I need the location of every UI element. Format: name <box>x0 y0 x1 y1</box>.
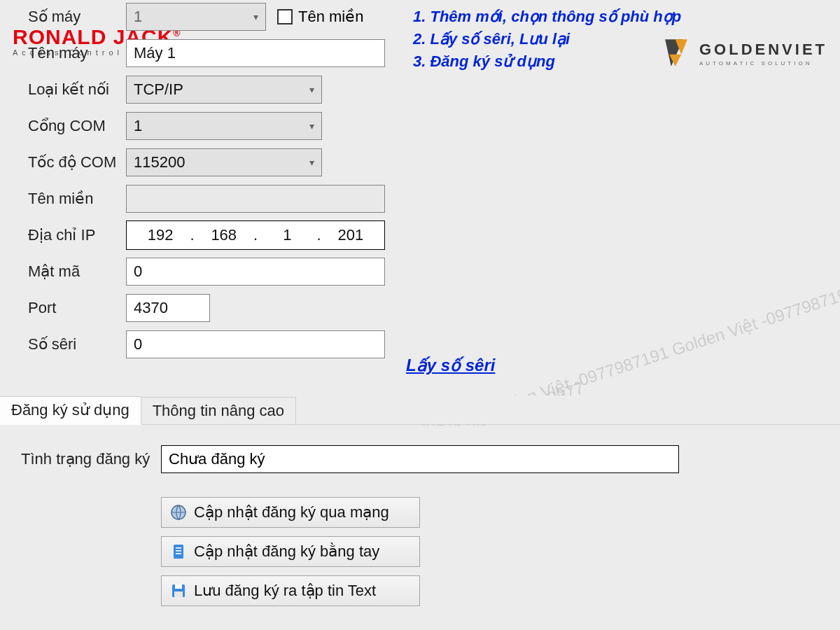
chevron-down-icon: ▾ <box>309 84 314 95</box>
domain-name-label: Tên miền <box>28 190 126 208</box>
instructions-block: 1. Thêm mới, chọn thông số phù hợp 2. Lấ… <box>413 6 681 73</box>
instruction-2: 2. Lấy số sêri, Lưu lại <box>413 28 681 50</box>
machine-number-value: 1 <box>134 8 142 26</box>
svg-rect-6 <box>176 550 181 552</box>
password-label: Mật mã <box>28 262 126 281</box>
ip-octet-2[interactable]: 168 <box>197 226 251 244</box>
password-input[interactable]: 0 <box>126 258 385 286</box>
save-text-label: Lưu đăng ký ra tập tin Text <box>194 582 376 600</box>
ip-address-input[interactable]: 192. 168. 1. 201 <box>126 220 385 250</box>
instruction-3: 3. Đăng ký sử dụng <box>413 50 681 73</box>
svg-rect-4 <box>174 545 183 559</box>
chevron-down-icon: ▾ <box>309 157 314 168</box>
logo-golden-main: GOLDENVIET <box>699 41 827 59</box>
document-icon <box>170 543 187 560</box>
port-value: 4370 <box>134 299 168 317</box>
ip-octet-4[interactable]: 201 <box>324 226 377 244</box>
get-serial-link[interactable]: Lấy số sêri <box>406 356 495 375</box>
ip-octet-3[interactable]: 1 <box>260 226 314 244</box>
machine-number-label: Số máy <box>28 8 126 26</box>
com-speed-label: Tốc độ COM <box>28 153 126 172</box>
serial-label: Số sêri <box>28 335 126 354</box>
domain-checkbox[interactable] <box>277 9 293 24</box>
registration-status-input[interactable]: Chưa đăng ký <box>161 445 679 473</box>
update-online-label: Cập nhật đăng ký qua mạng <box>194 503 389 522</box>
tab-register[interactable]: Đăng ký sử dụng <box>0 396 141 425</box>
machine-number-select[interactable]: 1 ▾ <box>126 3 266 31</box>
update-manual-label: Cập nhật đăng ký bằng tay <box>194 542 379 561</box>
connection-type-select[interactable]: TCP/IP ▾ <box>126 76 322 104</box>
serial-input[interactable]: 0 <box>126 330 385 358</box>
registration-status-label: Tình trạng đăng ký <box>21 450 161 468</box>
connection-type-label: Loại kết nối <box>28 80 126 99</box>
com-speed-value: 115200 <box>134 153 185 172</box>
svg-rect-7 <box>176 553 181 554</box>
com-port-label: Cổng COM <box>28 117 126 135</box>
password-value: 0 <box>134 262 142 281</box>
save-text-button[interactable]: Lưu đăng ký ra tập tin Text <box>161 575 420 606</box>
tab-advanced[interactable]: Thông tin nâng cao <box>141 397 296 424</box>
connection-type-value: TCP/IP <box>134 80 183 99</box>
machine-name-label: Tên máy <box>28 44 126 62</box>
registration-panel: Tình trạng đăng ký Chưa đăng ký Cập nhật… <box>0 426 840 630</box>
com-speed-select[interactable]: 115200 ▾ <box>126 148 322 176</box>
com-port-select[interactable]: 1 ▾ <box>126 112 322 140</box>
update-online-button[interactable]: Cập nhật đăng ký qua mạng <box>161 497 420 528</box>
logo-golden-sub: AUTOMATIC SOLUTION <box>699 60 827 66</box>
svg-rect-9 <box>175 584 182 589</box>
machine-name-value: Máy 1 <box>134 44 176 62</box>
serial-value: 0 <box>134 335 142 354</box>
port-input[interactable]: 4370 <box>126 294 210 322</box>
logo-golden-viet: GOLDENVIET AUTOMATIC SOLUTION <box>656 36 827 70</box>
ip-octet-1[interactable]: 192 <box>134 226 187 244</box>
tab-bar: Đăng ký sử dụng Thông tin nâng cao <box>0 396 840 425</box>
port-label: Port <box>28 299 126 317</box>
update-manual-button[interactable]: Cập nhật đăng ký bằng tay <box>161 536 420 567</box>
instruction-1: 1. Thêm mới, chọn thông số phù hợp <box>413 6 681 28</box>
machine-name-input[interactable]: Máy 1 <box>126 39 385 67</box>
chevron-down-icon: ▾ <box>309 120 314 132</box>
globe-icon <box>170 504 187 521</box>
domain-name-input[interactable] <box>126 185 385 213</box>
ip-address-label: Địa chỉ IP <box>28 226 126 244</box>
domain-checkbox-label: Tên miền <box>298 8 363 26</box>
registration-status-value: Chưa đăng ký <box>169 450 265 468</box>
chevron-down-icon: ▾ <box>253 11 258 22</box>
com-port-value: 1 <box>134 117 142 135</box>
save-icon <box>170 582 187 599</box>
svg-rect-10 <box>174 592 183 597</box>
svg-rect-5 <box>176 547 181 549</box>
